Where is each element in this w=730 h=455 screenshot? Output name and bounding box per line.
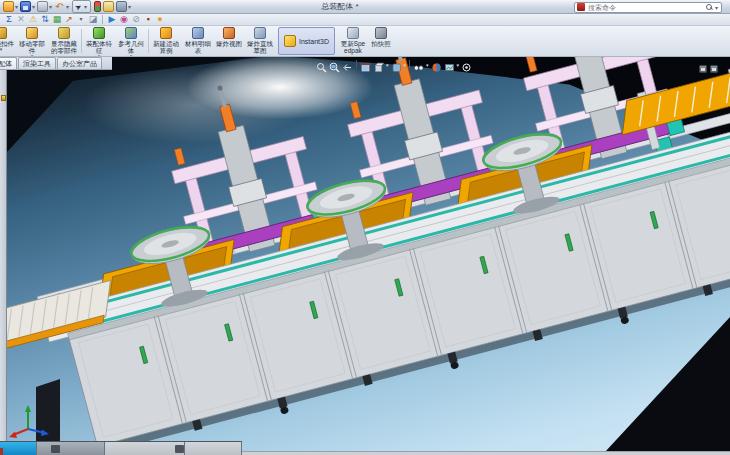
new-motion-study-button[interactable]: 新建运动算例 (150, 26, 182, 56)
command-manager-tabs: 装配体 渲染工具 办公室产品 (0, 57, 112, 70)
doc-close-icon[interactable] (710, 65, 718, 73)
motion-icon[interactable]: ▶ (106, 14, 118, 25)
bill-of-materials-button[interactable]: 材料明细表 (182, 26, 214, 56)
ribbon-separator (81, 29, 82, 53)
take-snapshot-button[interactable]: 拍快照 (369, 26, 393, 56)
open-icon[interactable] (3, 1, 14, 12)
appearance-icon[interactable]: ◉ (118, 14, 130, 25)
more-dropdown-icon[interactable]: ▾ (75, 14, 87, 25)
reference-geometry-button[interactable]: 参考几何体 (115, 26, 147, 56)
tab-assembly[interactable]: 装配体 (0, 57, 17, 69)
equations-icon[interactable]: Σ (3, 14, 15, 25)
magnifier-icon[interactable] (706, 4, 713, 11)
taskbar-button-active[interactable] (0, 442, 37, 455)
move-component-button[interactable]: 移动零部件 (16, 26, 48, 56)
open-dropdown-icon[interactable]: ▾ (15, 3, 18, 10)
document-title: 总装配体 * (240, 1, 440, 12)
display-style-icon[interactable] (391, 59, 402, 70)
render-icon[interactable]: ● (154, 14, 166, 25)
print-icon[interactable] (37, 1, 48, 12)
title-bar: ▾ ▾ ▾ ↶▾ ➤▾ ▾ 总装配体 * ▾ (0, 0, 730, 14)
command-search[interactable]: ▾ (574, 2, 722, 13)
apply-scene-icon[interactable] (444, 59, 455, 70)
display-style-dropdown-icon[interactable]: ▾ (404, 62, 407, 68)
measure-icon[interactable]: ⇅ (39, 14, 51, 25)
taskbar-button[interactable] (37, 442, 105, 455)
feature-manager-strip[interactable] (0, 57, 7, 451)
view-settings-icon[interactable] (461, 59, 472, 70)
search-scope-dropdown-icon[interactable]: ▾ (715, 4, 718, 11)
scene-icon[interactable]: ▪ (142, 14, 154, 25)
toolbar-separator (102, 15, 103, 24)
previous-view-icon[interactable] (342, 59, 353, 70)
hide-show-items-icon[interactable] (413, 59, 424, 70)
explode-line-sketch-icon (254, 27, 266, 39)
scene-dropdown-icon[interactable]: ▾ (457, 62, 460, 68)
smart-fasteners-button[interactable]: 智能扣件 (0, 26, 16, 56)
undo-dropdown-icon[interactable]: ▾ (66, 3, 69, 10)
options-icon[interactable] (116, 1, 127, 12)
move-component-icon (26, 27, 38, 39)
hide-show-dropdown-icon[interactable]: ▾ (426, 62, 429, 68)
taskbar-button[interactable] (185, 442, 242, 455)
taskbar-app-icon (175, 445, 184, 453)
no-preview-icon[interactable]: ⊘ (130, 14, 142, 25)
external-references-icon[interactable]: ↗ (63, 14, 75, 25)
explode-line-sketch-button[interactable]: 爆炸直线草图 (244, 26, 276, 56)
hud-separator (356, 60, 357, 69)
undo-icon[interactable]: ↶ (54, 1, 65, 12)
tab-office-products[interactable]: 办公室产品 (57, 57, 102, 69)
save-icon[interactable] (20, 1, 31, 12)
heads-up-view-toolbar: ▾ ▾ ▾ ▾ (316, 59, 472, 70)
taskbar-app-icon (51, 445, 60, 453)
view-orientation-icon[interactable] (373, 59, 384, 70)
interference-detection-icon[interactable]: ⚠ (27, 14, 39, 25)
search-input[interactable] (588, 4, 704, 11)
hud-separator (409, 60, 410, 69)
instant3d-button[interactable]: Instant3D (278, 27, 335, 55)
reference-geometry-icon (125, 27, 137, 39)
update-speedpak-icon (347, 27, 359, 39)
exploded-view-button[interactable]: 爆炸视图 (214, 26, 244, 56)
exploded-view-icon (223, 27, 235, 39)
machine-illustration (0, 57, 730, 451)
component-preview-icon[interactable]: ◪ (87, 14, 99, 25)
graphics-area[interactable]: ▾ ▾ ▾ ▾ (0, 57, 730, 451)
solidworks-window: ▾ ▾ ▾ ↶▾ ➤▾ ▾ 总装配体 * ▾ Σ ✕ ⚠ ⇅ ▦ ↗ ▾ ◪ ▶… (0, 0, 730, 455)
smart-fasteners-icon (0, 27, 7, 39)
file-properties-icon[interactable] (103, 1, 114, 12)
edit-appearance-icon[interactable] (431, 59, 442, 70)
zoom-to-area-icon[interactable] (329, 59, 340, 70)
screen-edge-artifact (0, 448, 3, 455)
ribbon-separator (148, 29, 149, 53)
orientation-dropdown-icon[interactable]: ▾ (386, 62, 389, 68)
options-dropdown-icon[interactable]: ▾ (128, 3, 131, 10)
show-hidden-components-button[interactable]: 显示隐藏的零部件 (48, 26, 80, 56)
zoom-fit-icon[interactable] (316, 59, 327, 70)
rebuild-icon[interactable] (94, 1, 101, 12)
instant3d-icon (284, 35, 296, 47)
command-manager: 智能扣件 移动零部件 显示隐藏的零部件 装配体特征 参考几何体 新建运动算例 材… (0, 26, 730, 57)
trim-icon[interactable]: ✕ (15, 14, 27, 25)
mass-properties-icon[interactable]: ▦ (51, 14, 63, 25)
document-window-controls (699, 65, 718, 73)
new-motion-study-icon (160, 27, 172, 39)
assembly-features-icon (93, 27, 105, 39)
solidworks-search-badge-icon (577, 3, 585, 11)
taskbar-button[interactable] (105, 442, 185, 455)
section-view-icon[interactable] (360, 59, 371, 70)
print-dropdown-icon[interactable]: ▾ (49, 3, 52, 10)
tab-render-tools[interactable]: 渲染工具 (18, 57, 56, 69)
assembly-doc-icon (1, 95, 6, 101)
save-dropdown-icon[interactable]: ▾ (32, 3, 35, 10)
select-tool-button[interactable]: ➤▾ (72, 0, 91, 13)
take-snapshot-icon (375, 27, 387, 39)
assembly-features-button[interactable]: 装配体特征 (83, 26, 115, 56)
doc-restore-icon[interactable] (699, 65, 707, 73)
update-speedpak-button[interactable]: 更新Speedpak (337, 26, 369, 56)
quick-toolbar: Σ ✕ ⚠ ⇅ ▦ ↗ ▾ ◪ ▶ ◉ ⊘ ▪ ● (0, 14, 730, 26)
show-hidden-components-icon (58, 27, 70, 39)
taskbar-fragment (0, 441, 242, 455)
bill-of-materials-icon (192, 27, 204, 39)
